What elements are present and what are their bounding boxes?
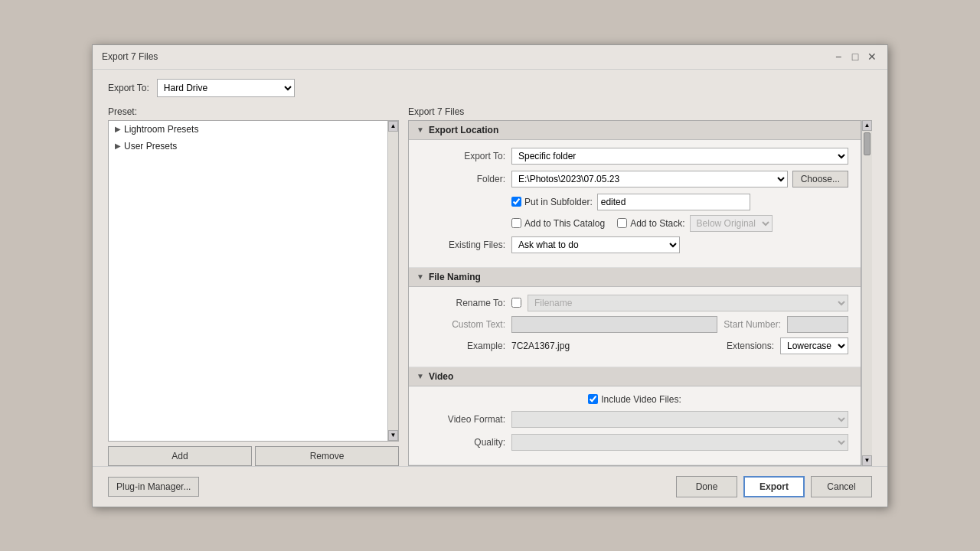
location-export-to-row: Export To: Specific folder bbox=[421, 148, 848, 165]
export-button[interactable]: Export bbox=[743, 476, 805, 497]
custom-text-input[interactable] bbox=[511, 316, 717, 333]
title-bar: Export 7 Files − □ ✕ bbox=[93, 45, 887, 70]
naming-toggle[interactable]: ▼ bbox=[416, 272, 424, 281]
quality-select[interactable] bbox=[511, 434, 848, 451]
include-video-label: Include Video Files: bbox=[588, 394, 681, 405]
export-location-title: Export Location bbox=[429, 125, 498, 135]
include-video-row: Include Video Files: bbox=[421, 394, 848, 405]
export-location-section: ▼ Export Location Export To: Specific fo… bbox=[409, 121, 861, 268]
export-sections-wrapper: ▼ Export Location Export To: Specific fo… bbox=[408, 120, 872, 466]
file-naming-title: File Naming bbox=[429, 272, 481, 282]
scrollbar-up-btn[interactable]: ▲ bbox=[388, 121, 398, 132]
tree-arrow-lightroom: ▶ bbox=[115, 125, 121, 133]
add-to-stack-checkbox[interactable] bbox=[617, 218, 627, 228]
folder-row: Folder: E:\Photos\2023\07.05.23 Choose..… bbox=[421, 171, 848, 187]
user-presets-item[interactable]: ▶ User Presets bbox=[109, 138, 398, 155]
subfolder-row: Put in Subfolder: bbox=[511, 194, 848, 210]
rename-checkbox-wrapper bbox=[511, 298, 521, 308]
preset-panel: Preset: ▶ Lightroom Presets ▶ User Prese… bbox=[108, 106, 399, 466]
subfolder-checkbox[interactable] bbox=[511, 197, 521, 207]
file-naming-section: ▼ File Naming Rename To: F bbox=[409, 268, 861, 367]
location-toggle[interactable]: ▼ bbox=[416, 126, 424, 134]
below-original-select[interactable]: Below Original bbox=[690, 215, 773, 232]
add-preset-button[interactable]: Add bbox=[108, 446, 252, 466]
preset-tree: ▶ Lightroom Presets ▶ User Presets ▲ ▼ bbox=[108, 120, 399, 442]
dialog-title: Export 7 Files bbox=[102, 51, 158, 62]
video-section: ▼ Video Include Video Files: bbox=[409, 367, 861, 465]
title-controls: − □ ✕ bbox=[832, 51, 878, 63]
add-to-catalog-checkbox[interactable] bbox=[511, 218, 521, 228]
right-scrollbar-down[interactable]: ▼ bbox=[862, 455, 872, 466]
add-to-stack-label: Add to Stack: bbox=[617, 218, 684, 229]
file-naming-header: ▼ File Naming bbox=[409, 268, 861, 287]
subfolder-label-text: Put in Subfolder: bbox=[524, 197, 593, 207]
extensions-label: Extensions: bbox=[727, 341, 774, 351]
start-number-label: Start Number: bbox=[724, 319, 781, 330]
export-to-row: Export To: Hard Drive bbox=[93, 70, 887, 106]
tree-arrow-user: ▶ bbox=[115, 142, 121, 150]
folder-select-row: E:\Photos\2023\07.05.23 Choose... bbox=[511, 171, 848, 187]
example-value: 7C2A1367.jpg bbox=[511, 341, 570, 351]
cancel-button[interactable]: Cancel bbox=[811, 476, 872, 497]
video-title: Video bbox=[429, 371, 453, 382]
lightroom-presets-label: Lightroom Presets bbox=[124, 124, 198, 135]
folder-select[interactable]: E:\Photos\2023\07.05.23 bbox=[511, 171, 788, 187]
start-number-input[interactable] bbox=[787, 316, 848, 333]
location-export-to-select[interactable]: Specific folder bbox=[511, 148, 848, 165]
video-format-label: Video Format: bbox=[421, 414, 505, 425]
export-location-body: Export To: Specific folder Folder: bbox=[409, 140, 861, 268]
subfolder-checkbox-label: Put in Subfolder: bbox=[511, 197, 593, 207]
extensions-row: Extensions: Lowercase bbox=[576, 337, 848, 354]
rename-to-select[interactable]: Filename bbox=[528, 295, 848, 311]
video-format-select[interactable] bbox=[511, 411, 848, 428]
preset-label: Preset: bbox=[108, 106, 399, 117]
video-format-row: Video Format: bbox=[421, 411, 848, 428]
right-scrollbar-handle[interactable] bbox=[864, 132, 871, 155]
catalog-stack-row: Add to This Catalog Add to Stack: Below … bbox=[511, 215, 848, 232]
footer-right: Done Export Cancel bbox=[676, 476, 872, 497]
custom-start-row: Custom Text: Start Number: bbox=[421, 316, 848, 333]
scrollbar-track bbox=[388, 132, 398, 430]
export-location-header: ▼ Export Location bbox=[409, 121, 861, 140]
export-to-select[interactable]: Hard Drive bbox=[157, 79, 295, 97]
remove-preset-button[interactable]: Remove bbox=[255, 446, 399, 466]
custom-text-label: Custom Text: bbox=[421, 319, 505, 330]
dialog-footer: Plug-in Manager... Done Export Cancel bbox=[93, 466, 887, 507]
video-quality-row: Quality: bbox=[421, 434, 848, 451]
include-video-text: Include Video Files: bbox=[601, 394, 681, 405]
export-sections: ▼ Export Location Export To: Specific fo… bbox=[408, 120, 861, 466]
video-body: Include Video Files: Video Format: bbox=[409, 386, 861, 465]
plugin-manager-button[interactable]: Plug-in Manager... bbox=[108, 477, 199, 497]
subfolder-input[interactable] bbox=[597, 194, 750, 210]
footer-left: Plug-in Manager... bbox=[108, 477, 199, 497]
rename-to-label: Rename To: bbox=[421, 298, 505, 308]
scrollbar-down-btn[interactable]: ▼ bbox=[388, 430, 398, 441]
quality-label: Quality: bbox=[421, 437, 505, 448]
right-scrollbar-up[interactable]: ▲ bbox=[862, 120, 872, 131]
close-button[interactable]: ✕ bbox=[866, 51, 878, 63]
existing-files-select[interactable]: Ask what to do bbox=[511, 236, 680, 253]
add-to-stack-row: Add to Stack: Below Original bbox=[617, 215, 772, 232]
existing-files-row: Existing Files: Ask what to do bbox=[421, 236, 848, 253]
lightroom-presets-item[interactable]: ▶ Lightroom Presets bbox=[109, 121, 398, 138]
maximize-button[interactable]: □ bbox=[849, 51, 861, 63]
rename-to-checkbox[interactable] bbox=[511, 298, 521, 308]
example-extensions-row: Example: 7C2A1367.jpg Extensions: Lowerc… bbox=[421, 337, 848, 354]
export-to-label: Export To: bbox=[108, 83, 149, 93]
minimize-button[interactable]: − bbox=[832, 51, 844, 63]
extensions-select[interactable]: Lowercase bbox=[780, 337, 848, 354]
folder-label: Folder: bbox=[421, 174, 505, 184]
existing-files-label: Existing Files: bbox=[421, 240, 505, 250]
video-toggle[interactable]: ▼ bbox=[416, 372, 424, 380]
example-label: Example: bbox=[421, 341, 505, 351]
right-scrollbar-track bbox=[862, 131, 872, 455]
choose-folder-button[interactable]: Choose... bbox=[792, 171, 848, 187]
main-content: Preset: ▶ Lightroom Presets ▶ User Prese… bbox=[93, 106, 887, 466]
user-presets-label: User Presets bbox=[124, 141, 177, 152]
export-panel-label: Export 7 Files bbox=[408, 106, 872, 117]
preset-buttons: Add Remove bbox=[108, 446, 399, 466]
export-dialog: Export 7 Files − □ ✕ Export To: Hard Dri… bbox=[92, 44, 888, 507]
done-button[interactable]: Done bbox=[676, 476, 737, 497]
add-to-stack-text: Add to Stack: bbox=[630, 218, 684, 229]
include-video-checkbox[interactable] bbox=[588, 394, 598, 404]
